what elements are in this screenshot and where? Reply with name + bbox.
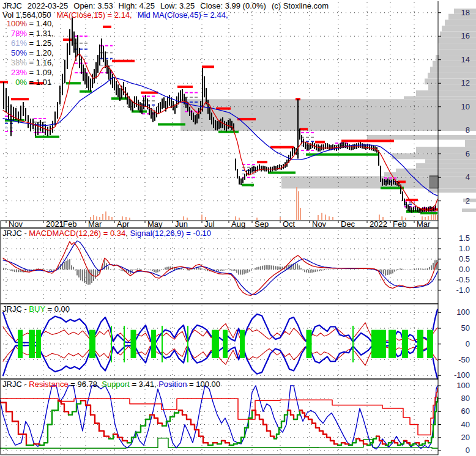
staircase-segment <box>136 426 141 433</box>
resistance-value: = 96.78, <box>69 380 102 389</box>
staircase-segment <box>61 404 64 412</box>
fib-level-row: 100% = 1.40, <box>1 19 54 29</box>
staircase-segment <box>91 415 95 424</box>
volume-profile-row <box>439 37 476 43</box>
buy-signal-bar <box>307 330 312 358</box>
y-tick-label: 16 <box>461 31 470 40</box>
y-tick-label: -50 <box>458 355 470 364</box>
staircase-segment <box>297 410 300 414</box>
volume-profile-row <box>367 135 476 140</box>
low-value: Low: 3.25 <box>160 1 195 10</box>
staircase-segment <box>284 410 288 414</box>
y-tick-label: 0.5 <box>459 254 470 263</box>
staircase-segment <box>44 425 48 443</box>
staircase-segment <box>281 415 284 422</box>
buy-signal-bar <box>352 326 354 362</box>
y-tick-label: 14 <box>461 55 470 64</box>
buy-signal-bar <box>223 330 228 358</box>
volume-profile-row <box>430 67 476 73</box>
staircase-segment <box>146 415 150 419</box>
staircase-segment <box>191 425 195 430</box>
fib-level-row: 78% = 1.31, <box>1 29 54 39</box>
volume-profile-row <box>465 140 476 147</box>
buy-signal-bar <box>18 330 23 358</box>
close-value: Close: 3.99 (0.0%) <box>200 1 266 10</box>
staircase-segment <box>72 404 76 412</box>
staircase-segment <box>319 431 323 434</box>
month-label: Dec <box>341 219 355 229</box>
volume-profile-row <box>440 32 476 38</box>
buy-signal-bar <box>111 326 112 362</box>
date-label: 2022-03-25 <box>28 1 69 10</box>
staircase-segment <box>95 423 99 431</box>
fib-percent: 61% <box>1 39 27 48</box>
ma45-label: Mid MA(Close,45) = 2.44, <box>138 10 228 20</box>
month-label: Aug <box>231 219 245 229</box>
open-value: Open: 3.53 <box>73 1 113 10</box>
fib-level-row: 50% = 1.20, <box>1 48 54 58</box>
buy-signal-bar <box>36 330 41 358</box>
staircase-segment <box>182 415 187 419</box>
staircase-segment <box>256 415 259 419</box>
buy-label: BUY <box>29 304 45 314</box>
y-tick-label: 100 <box>456 381 470 390</box>
volume-profile-row <box>392 153 476 160</box>
volume-profile-row <box>439 49 476 55</box>
fib-value: = 1.40, <box>27 19 54 28</box>
fib-value: = 1.16, <box>27 58 54 67</box>
staircase-segment <box>6 411 12 421</box>
staircase-segment <box>267 431 270 436</box>
volume-profile-row <box>384 172 476 177</box>
staircase-segment <box>225 443 229 445</box>
month-label: 2022 <box>370 219 387 229</box>
position-label: Position <box>158 380 187 389</box>
buy-signal-bar <box>240 330 245 358</box>
volume-profile-row <box>439 43 476 50</box>
staircase-segment <box>323 434 327 437</box>
staircase-segment <box>237 438 241 443</box>
staircase-segment <box>208 443 213 445</box>
volume-profile-row <box>416 163 476 169</box>
y-tick-label: 8 <box>466 125 470 134</box>
staircase-segment <box>48 410 52 424</box>
y-tick-label: 60 <box>461 406 470 416</box>
ma15-label: MA(Close,15) = 2.14, <box>57 10 132 20</box>
staircase-segment <box>166 417 170 421</box>
month-label: Nov <box>9 219 23 229</box>
month-label: Feb <box>393 219 406 229</box>
month-label: Jul <box>204 219 215 229</box>
buy-signal-bar <box>151 330 156 358</box>
volume-profile-row <box>436 55 476 61</box>
chart-header-line2: Vol 1,564,050MA(Close,15) = 2.14,Mid MA(… <box>2 10 234 20</box>
fib-level-row: 0% = 1.01 <box>1 78 54 87</box>
high-value: High: 4.25 <box>119 1 155 10</box>
buy-signal-bar <box>402 330 408 358</box>
support-label: Support <box>102 380 130 389</box>
macd-value: MACDMACD(12,26) = 0.34 <box>29 229 125 238</box>
staircase-segment <box>158 423 162 425</box>
y-tick-label: 12 <box>461 78 470 87</box>
staircase-segment <box>64 411 69 414</box>
macd-panel-title: JRJC - MACDMACD(12,26) = 0.34, Signal(12… <box>2 229 211 238</box>
buy-signal-bar <box>427 330 433 358</box>
buy-signal-bar <box>371 330 381 358</box>
buy-value: = 0.00 <box>45 304 70 314</box>
volume-profile-row <box>428 73 476 79</box>
y-tick-label: -0.5 <box>456 275 470 284</box>
month-label: Mar <box>88 219 102 229</box>
y-tick-label: 0.0 <box>459 265 470 274</box>
fibonacci-levels-legend: 100% = 1.40,78% = 1.31,61% = 1.25,50% = … <box>1 19 54 87</box>
fib-level-row: 61% = 1.25, <box>1 39 54 48</box>
month-label: Sep <box>255 219 269 229</box>
volume-label: Vol 1,564,050 <box>2 10 51 20</box>
stock-chart-window: { "meta":{"width":778,"height":746}, "co… <box>0 0 476 456</box>
fib-percent: 38% <box>1 58 27 68</box>
staircase-segment <box>277 428 279 435</box>
staircase-segment <box>259 419 263 424</box>
staircase-segment <box>99 431 104 436</box>
staircase-segment <box>203 443 208 445</box>
staircase-segment <box>26 444 34 445</box>
buy-signal-bar <box>417 330 423 358</box>
month-label: 2021 <box>46 219 64 229</box>
month-label: May <box>147 219 163 229</box>
